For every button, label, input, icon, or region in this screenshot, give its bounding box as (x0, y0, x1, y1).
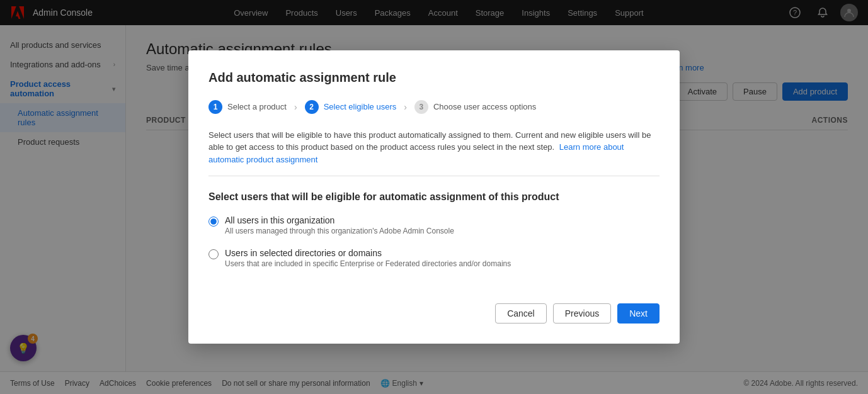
radio-all-users[interactable] (208, 217, 219, 227)
step-1-circle: 1 (208, 100, 222, 114)
step-1: 1 Select a product (208, 100, 287, 114)
radio-all-users-content: All users in this organization All users… (225, 215, 454, 235)
radio-selected-dirs-label: Users in selected directories or domains (225, 248, 511, 258)
modal-section-heading: Select users that will be eligible for a… (208, 191, 660, 203)
step-arrow-1: › (294, 102, 297, 112)
step-2-circle: 2 (305, 100, 319, 114)
step-1-label: Select a product (227, 102, 287, 111)
step-arrow-2: › (404, 102, 407, 112)
modal: Add automatic assignment rule 1 Select a… (188, 50, 680, 344)
modal-footer: Cancel Previous Next (208, 293, 660, 324)
modal-divider (208, 176, 660, 176)
radio-selected-dirs-sublabel: Users that are included in specific Ente… (225, 259, 511, 268)
modal-title: Add automatic assignment rule (208, 70, 660, 85)
step-3-circle: 3 (414, 100, 428, 114)
step-2-label: Select eligible users (324, 102, 397, 111)
radio-option-selected-dirs: Users in selected directories or domains… (208, 248, 660, 268)
next-button[interactable]: Next (617, 303, 660, 324)
step-3-label: Choose user access options (433, 102, 536, 111)
previous-button[interactable]: Previous (553, 303, 611, 324)
modal-overlay: Add automatic assignment rule 1 Select a… (0, 0, 868, 394)
steps: 1 Select a product › 2 Select eligible u… (208, 100, 660, 114)
modal-description: Select users that will be eligible to ha… (208, 129, 660, 166)
radio-option-all-users: All users in this organization All users… (208, 215, 660, 235)
radio-all-users-sublabel: All users managed through this organizat… (225, 227, 454, 235)
radio-selected-dirs-content: Users in selected directories or domains… (225, 248, 511, 268)
step-3: 3 Choose user access options (414, 100, 536, 114)
cancel-button[interactable]: Cancel (495, 303, 547, 324)
radio-all-users-label: All users in this organization (225, 215, 454, 225)
radio-selected-dirs[interactable] (208, 249, 219, 259)
step-2: 2 Select eligible users (305, 100, 397, 114)
